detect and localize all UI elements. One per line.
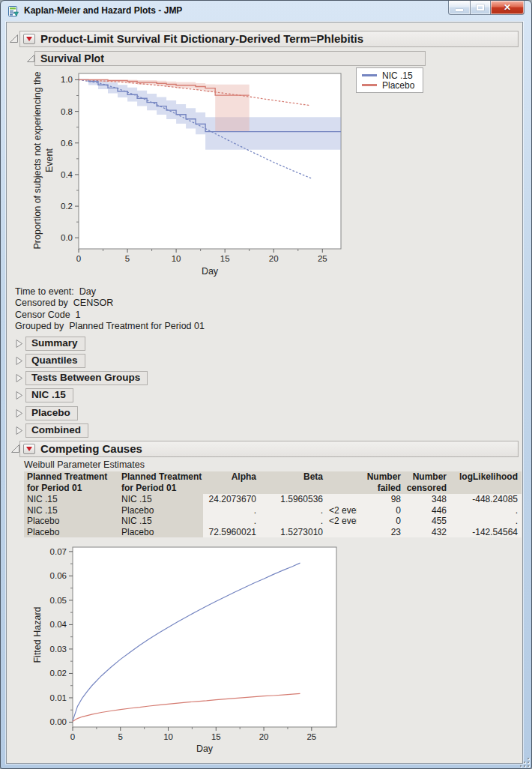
table-cell: Placebo bbox=[24, 516, 118, 527]
minimize-button[interactable] bbox=[448, 1, 471, 15]
plot-frame[interactable] bbox=[79, 73, 341, 249]
disclosure-icon-collapsed[interactable] bbox=[15, 356, 23, 366]
table-cell: 23 bbox=[357, 527, 405, 538]
table-cell: -142.54564 bbox=[450, 527, 522, 538]
disclosure-icon-collapsed[interactable] bbox=[15, 373, 23, 383]
window-controls: ✕ bbox=[449, 1, 525, 15]
section-header-placebo[interactable]: Placebo bbox=[25, 406, 78, 420]
section-header-combined[interactable]: Combined bbox=[25, 423, 88, 438]
x-axis: 0510152025 bbox=[70, 727, 316, 741]
svg-text:0.02: 0.02 bbox=[50, 669, 67, 678]
y-axis: 1.00.80.60.40.20.0 bbox=[61, 75, 79, 242]
table-cell: NIC .15 bbox=[24, 505, 118, 516]
section-row-summary: Summary bbox=[15, 337, 85, 351]
legend-swatch bbox=[362, 74, 377, 76]
table-header-cell: Alpha bbox=[203, 471, 260, 494]
disclosure-icon-collapsed[interactable] bbox=[15, 408, 23, 418]
svg-text:10: 10 bbox=[172, 254, 181, 263]
info-censored-by: Censored by CENSOR bbox=[15, 298, 113, 308]
svg-text:0.03: 0.03 bbox=[50, 645, 67, 654]
hazard-x-axis-label: Day bbox=[73, 744, 336, 754]
disclosure-icon-collapsed[interactable] bbox=[15, 390, 23, 400]
svg-text:15: 15 bbox=[220, 254, 230, 263]
table-cell: Placebo bbox=[118, 505, 203, 516]
table-cell: 1.5273010 bbox=[260, 527, 327, 538]
svg-text:0.07: 0.07 bbox=[50, 547, 67, 556]
svg-text:25: 25 bbox=[306, 732, 316, 741]
table-cell: <2 events bbox=[327, 516, 357, 527]
section-row-placebo: Placebo bbox=[15, 406, 78, 420]
jmp-app-icon bbox=[7, 5, 19, 17]
svg-text:15: 15 bbox=[211, 732, 221, 741]
section-header-summary[interactable]: Summary bbox=[25, 337, 85, 351]
legend-swatch bbox=[362, 84, 377, 86]
fitted-hazard-plot[interactable]: 05101520250.070.060.050.040.030.020.010.… bbox=[40, 541, 355, 751]
svg-text:5: 5 bbox=[125, 254, 130, 263]
svg-text:0.2: 0.2 bbox=[61, 202, 73, 211]
survival-plot[interactable]: 05101520251.00.80.60.40.20.0 bbox=[50, 69, 350, 268]
svg-text:0.06: 0.06 bbox=[50, 571, 67, 580]
table-cell: . bbox=[260, 516, 327, 527]
y-axis: 0.070.060.050.040.030.020.010.00 bbox=[50, 547, 73, 727]
svg-text:0.0: 0.0 bbox=[61, 233, 73, 242]
legend-label: Placebo bbox=[382, 80, 414, 91]
red-triangle-icon bbox=[26, 447, 32, 451]
survival-legend[interactable]: NIC .15Placebo bbox=[356, 67, 423, 93]
svg-text:5: 5 bbox=[118, 732, 123, 741]
close-icon: ✕ bbox=[504, 1, 511, 14]
screen: Kaplan-Meier and Hazard Plots - JMP ✕ Pr… bbox=[0, 0, 532, 769]
resize-grip[interactable] bbox=[519, 757, 529, 767]
table-header-cell bbox=[327, 471, 357, 494]
main-outline-title: Product-Limit Survival Fit Dictionary-De… bbox=[40, 31, 363, 46]
plot-frame[interactable] bbox=[73, 547, 336, 727]
section-row-quantiles: Quantiles bbox=[15, 354, 85, 368]
titlebar[interactable]: Kaplan-Meier and Hazard Plots - JMP ✕ bbox=[1, 1, 531, 22]
report-client-area: Product-Limit Survival Fit Dictionary-De… bbox=[6, 22, 523, 764]
legend-entry-placebo[interactable]: Placebo bbox=[362, 80, 417, 90]
table-header-cell: Planned Treatmentfor Period 01 bbox=[118, 471, 203, 494]
table-cell: 98 bbox=[357, 494, 405, 505]
table-cell: 0 bbox=[357, 505, 405, 516]
table-header-cell: Numberfailed bbox=[357, 471, 405, 494]
legend-entry-nic-15[interactable]: NIC .15 bbox=[362, 70, 417, 80]
table-cell: Placebo bbox=[118, 527, 203, 538]
red-triangle-menu-button[interactable] bbox=[23, 444, 35, 454]
table-cell bbox=[327, 494, 357, 505]
disclosure-icon-expanded[interactable] bbox=[9, 34, 19, 43]
close-button[interactable]: ✕ bbox=[490, 1, 525, 15]
section-header-nic-15[interactable]: NIC .15 bbox=[25, 388, 73, 402]
svg-text:0.05: 0.05 bbox=[50, 596, 67, 605]
legend-label: NIC .15 bbox=[382, 70, 413, 81]
svg-text:0.00: 0.00 bbox=[50, 717, 67, 726]
window-title: Kaplan-Meier and Hazard Plots - JMP bbox=[24, 5, 182, 16]
weibull-estimates-subtitle: Weibull Parameter Estimates bbox=[24, 459, 145, 470]
table-cell: 72.5960021 bbox=[203, 527, 260, 538]
table-cell: . bbox=[260, 505, 327, 516]
table-cell: 0 bbox=[357, 516, 405, 527]
minimize-icon bbox=[456, 9, 463, 11]
disclosure-icon-collapsed[interactable] bbox=[15, 426, 23, 435]
svg-text:0.4: 0.4 bbox=[61, 170, 73, 179]
maximize-button[interactable] bbox=[470, 1, 491, 15]
survival-plot-header[interactable]: Survival Plot bbox=[34, 51, 426, 66]
section-header-quantiles[interactable]: Quantiles bbox=[25, 354, 85, 368]
table-cell: NIC .15 bbox=[118, 516, 203, 527]
disclosure-icon-collapsed[interactable] bbox=[15, 339, 23, 349]
info-censor-code: Censor Code 1 bbox=[15, 310, 81, 320]
section-row-nic-15: NIC .15 bbox=[15, 388, 73, 402]
section-row-tests-between-groups: Tests Between Groups bbox=[15, 371, 148, 385]
svg-text:0.01: 0.01 bbox=[50, 693, 67, 702]
svg-text:1.0: 1.0 bbox=[61, 75, 73, 84]
main-outline-header[interactable]: Product-Limit Survival Fit Dictionary-De… bbox=[19, 31, 519, 47]
maximize-icon bbox=[477, 4, 484, 10]
section-header-tests-between-groups[interactable]: Tests Between Groups bbox=[25, 371, 148, 385]
svg-text:0.8: 0.8 bbox=[61, 107, 73, 116]
svg-text:0.04: 0.04 bbox=[50, 620, 67, 629]
info-time-to-event: Time to event: Day bbox=[15, 286, 96, 297]
competing-causes-header[interactable]: Competing Causes bbox=[19, 441, 519, 457]
table-cell: . bbox=[450, 516, 522, 527]
table-cell: Placebo bbox=[24, 527, 118, 538]
section-row-combined: Combined bbox=[15, 423, 88, 438]
red-triangle-menu-button[interactable] bbox=[23, 34, 35, 44]
survival-x-axis-label: Day bbox=[79, 266, 341, 277]
